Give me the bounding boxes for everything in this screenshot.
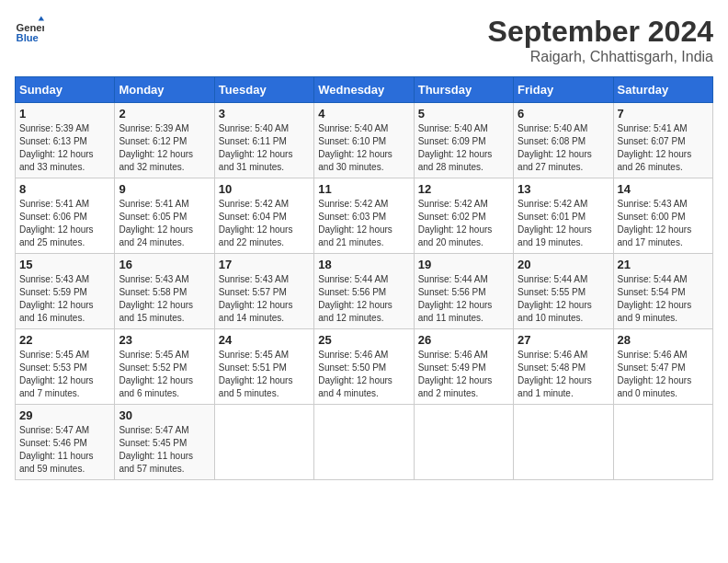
day-info: Sunrise: 5:43 AM Sunset: 5:59 PM Dayligh…	[19, 273, 110, 325]
day-number: 17	[219, 258, 310, 271]
calendar-week-row: 8Sunrise: 5:41 AM Sunset: 6:06 PM Daylig…	[16, 178, 713, 254]
weekday-header: Saturday	[613, 77, 712, 103]
day-number: 2	[119, 107, 210, 121]
day-info: Sunrise: 5:45 AM Sunset: 5:51 PM Dayligh…	[219, 349, 310, 400]
calendar-cell: 19Sunrise: 5:44 AM Sunset: 5:56 PM Dayli…	[414, 254, 513, 329]
calendar-cell: 30Sunrise: 5:47 AM Sunset: 5:45 PM Dayli…	[115, 405, 214, 480]
day-number: 14	[618, 182, 709, 196]
calendar-cell: 1Sunrise: 5:39 AM Sunset: 6:13 PM Daylig…	[16, 103, 115, 178]
day-number: 6	[518, 107, 609, 121]
logo-icon: General Blue	[15, 15, 44, 44]
weekday-header: Tuesday	[214, 77, 313, 103]
day-info: Sunrise: 5:45 AM Sunset: 5:53 PM Dayligh…	[19, 349, 110, 400]
day-number: 19	[418, 258, 509, 271]
day-info: Sunrise: 5:40 AM Sunset: 6:09 PM Dayligh…	[418, 122, 509, 174]
day-number: 30	[119, 408, 210, 422]
calendar-cell	[314, 405, 414, 480]
day-number: 16	[119, 258, 210, 271]
calendar-cell: 4Sunrise: 5:40 AM Sunset: 6:10 PM Daylig…	[314, 103, 414, 178]
calendar-cell: 28Sunrise: 5:46 AM Sunset: 5:47 PM Dayli…	[613, 329, 712, 405]
day-number: 12	[418, 182, 509, 196]
calendar-cell: 11Sunrise: 5:42 AM Sunset: 6:03 PM Dayli…	[314, 178, 414, 254]
day-number: 5	[418, 107, 509, 121]
day-info: Sunrise: 5:40 AM Sunset: 6:10 PM Dayligh…	[318, 122, 409, 174]
day-number: 29	[19, 408, 110, 422]
calendar-cell: 12Sunrise: 5:42 AM Sunset: 6:02 PM Dayli…	[414, 178, 513, 254]
weekday-header: Wednesday	[314, 77, 414, 103]
svg-text:General: General	[17, 22, 44, 33]
day-number: 18	[318, 258, 409, 271]
day-number: 26	[418, 333, 509, 347]
calendar-cell: 3Sunrise: 5:40 AM Sunset: 6:11 PM Daylig…	[214, 103, 313, 178]
weekday-header: Sunday	[16, 77, 115, 103]
calendar-cell: 17Sunrise: 5:43 AM Sunset: 5:57 PM Dayli…	[214, 254, 313, 329]
day-number: 11	[318, 182, 409, 196]
calendar-cell: 18Sunrise: 5:44 AM Sunset: 5:56 PM Dayli…	[314, 254, 414, 329]
day-info: Sunrise: 5:43 AM Sunset: 5:58 PM Dayligh…	[119, 273, 210, 325]
calendar-cell	[214, 405, 313, 480]
day-number: 13	[518, 182, 609, 196]
day-number: 20	[518, 258, 609, 271]
calendar-cell	[414, 405, 513, 480]
location: Raigarh, Chhattisgarh, India	[488, 49, 713, 65]
day-info: Sunrise: 5:41 AM Sunset: 6:06 PM Dayligh…	[19, 198, 110, 249]
calendar-cell: 10Sunrise: 5:42 AM Sunset: 6:04 PM Dayli…	[214, 178, 313, 254]
calendar-cell: 20Sunrise: 5:44 AM Sunset: 5:55 PM Dayli…	[514, 254, 613, 329]
calendar-cell: 25Sunrise: 5:46 AM Sunset: 5:50 PM Dayli…	[314, 329, 414, 405]
day-info: Sunrise: 5:46 AM Sunset: 5:50 PM Dayligh…	[318, 349, 409, 400]
calendar-cell	[613, 405, 712, 480]
logo: General Blue	[15, 15, 44, 44]
day-info: Sunrise: 5:44 AM Sunset: 5:56 PM Dayligh…	[418, 273, 509, 325]
day-info: Sunrise: 5:46 AM Sunset: 5:49 PM Dayligh…	[418, 349, 509, 400]
day-info: Sunrise: 5:41 AM Sunset: 6:05 PM Dayligh…	[119, 198, 210, 249]
day-info: Sunrise: 5:39 AM Sunset: 6:12 PM Dayligh…	[119, 122, 210, 174]
day-info: Sunrise: 5:45 AM Sunset: 5:52 PM Dayligh…	[119, 349, 210, 400]
calendar-cell: 22Sunrise: 5:45 AM Sunset: 5:53 PM Dayli…	[16, 329, 115, 405]
calendar-cell: 21Sunrise: 5:44 AM Sunset: 5:54 PM Dayli…	[613, 254, 712, 329]
calendar-cell: 8Sunrise: 5:41 AM Sunset: 6:06 PM Daylig…	[16, 178, 115, 254]
day-info: Sunrise: 5:40 AM Sunset: 6:11 PM Dayligh…	[219, 122, 310, 174]
day-info: Sunrise: 5:46 AM Sunset: 5:48 PM Dayligh…	[518, 349, 609, 400]
day-number: 24	[219, 333, 310, 347]
weekday-header: Monday	[115, 77, 214, 103]
calendar-week-row: 29Sunrise: 5:47 AM Sunset: 5:46 PM Dayli…	[16, 405, 713, 480]
calendar-cell: 27Sunrise: 5:46 AM Sunset: 5:48 PM Dayli…	[514, 329, 613, 405]
day-number: 4	[318, 107, 409, 121]
calendar-week-row: 22Sunrise: 5:45 AM Sunset: 5:53 PM Dayli…	[16, 329, 713, 405]
calendar-cell: 24Sunrise: 5:45 AM Sunset: 5:51 PM Dayli…	[214, 329, 313, 405]
day-info: Sunrise: 5:39 AM Sunset: 6:13 PM Dayligh…	[19, 122, 110, 174]
day-info: Sunrise: 5:44 AM Sunset: 5:54 PM Dayligh…	[618, 273, 709, 325]
day-number: 1	[19, 107, 110, 121]
calendar-cell: 2Sunrise: 5:39 AM Sunset: 6:12 PM Daylig…	[115, 103, 214, 178]
month-title: September 2024	[488, 15, 713, 49]
page-header: General Blue September 2024 Raigarh, Chh…	[15, 15, 713, 65]
day-info: Sunrise: 5:41 AM Sunset: 6:07 PM Dayligh…	[618, 122, 709, 174]
day-info: Sunrise: 5:43 AM Sunset: 5:57 PM Dayligh…	[219, 273, 310, 325]
day-number: 22	[19, 333, 110, 347]
calendar-table: SundayMondayTuesdayWednesdayThursdayFrid…	[15, 76, 713, 480]
calendar-cell: 15Sunrise: 5:43 AM Sunset: 5:59 PM Dayli…	[16, 254, 115, 329]
day-info: Sunrise: 5:42 AM Sunset: 6:02 PM Dayligh…	[418, 198, 509, 249]
day-number: 21	[618, 258, 709, 271]
day-number: 9	[119, 182, 210, 196]
weekday-header-row: SundayMondayTuesdayWednesdayThursdayFrid…	[16, 77, 713, 103]
calendar-cell: 16Sunrise: 5:43 AM Sunset: 5:58 PM Dayli…	[115, 254, 214, 329]
day-number: 8	[19, 182, 110, 196]
title-block: September 2024 Raigarh, Chhattisgarh, In…	[488, 15, 713, 65]
day-number: 25	[318, 333, 409, 347]
day-info: Sunrise: 5:40 AM Sunset: 6:08 PM Dayligh…	[518, 122, 609, 174]
day-number: 10	[219, 182, 310, 196]
day-number: 27	[518, 333, 609, 347]
calendar-cell: 13Sunrise: 5:42 AM Sunset: 6:01 PM Dayli…	[514, 178, 613, 254]
day-info: Sunrise: 5:42 AM Sunset: 6:01 PM Dayligh…	[518, 198, 609, 249]
calendar-cell: 29Sunrise: 5:47 AM Sunset: 5:46 PM Dayli…	[16, 405, 115, 480]
calendar-cell: 26Sunrise: 5:46 AM Sunset: 5:49 PM Dayli…	[414, 329, 513, 405]
calendar-cell: 7Sunrise: 5:41 AM Sunset: 6:07 PM Daylig…	[613, 103, 712, 178]
weekday-header: Friday	[514, 77, 613, 103]
calendar-cell: 6Sunrise: 5:40 AM Sunset: 6:08 PM Daylig…	[514, 103, 613, 178]
day-info: Sunrise: 5:44 AM Sunset: 5:56 PM Dayligh…	[318, 273, 409, 325]
day-number: 7	[618, 107, 709, 121]
calendar-week-row: 1Sunrise: 5:39 AM Sunset: 6:13 PM Daylig…	[16, 103, 713, 178]
day-info: Sunrise: 5:44 AM Sunset: 5:55 PM Dayligh…	[518, 273, 609, 325]
day-info: Sunrise: 5:43 AM Sunset: 6:00 PM Dayligh…	[618, 198, 709, 249]
